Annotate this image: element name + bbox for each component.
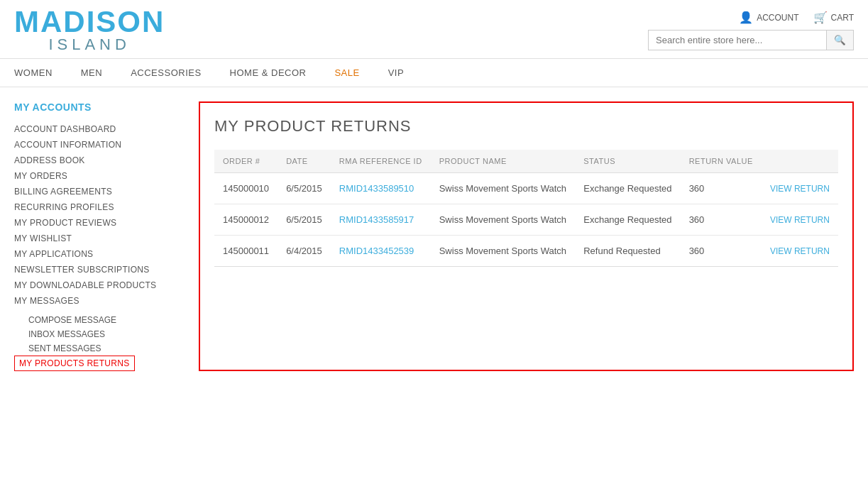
cell-action-2[interactable]: VIEW RETURN	[762, 236, 838, 267]
nav-women[interactable]: WOMEN	[14, 59, 53, 87]
sidebar-address-book[interactable]: ADDRESS BOOK	[14, 153, 185, 168]
nav-vip[interactable]: VIP	[388, 59, 404, 87]
sidebar-my-orders[interactable]: MY ORDERS	[14, 168, 185, 184]
table-row: 145000010 6/5/2015 RMID1433589510 Swiss …	[214, 173, 838, 204]
search-input[interactable]	[649, 31, 826, 50]
cell-date-1: 6/5/2015	[278, 204, 331, 236]
sidebar-sent-messages[interactable]: SENT MESSAGES	[14, 341, 185, 356]
sidebar-account-information[interactable]: ACCOUNT INFORMATION	[14, 137, 185, 153]
nav-accessories[interactable]: ACCESSORIES	[131, 59, 201, 87]
account-label: ACCOUNT	[757, 13, 798, 23]
sidebar-newsletter[interactable]: NEWSLETTER SUBSCRIPTIONS	[14, 262, 185, 277]
cart-icon: 🛒	[813, 11, 828, 24]
returns-table: ORDER # DATE RMA REFERENCE ID PRODUCT NA…	[214, 150, 838, 267]
nav-sale[interactable]: SALE	[334, 59, 359, 87]
sidebar-recurring-profiles[interactable]: RECURRING PROFILES	[14, 199, 185, 215]
sidebar-downloadable-products[interactable]: MY DOWNLOADABLE PRODUCTS	[14, 277, 185, 293]
cart-label: CART	[831, 13, 854, 23]
sidebar-product-reviews[interactable]: MY PRODUCT REVIEWS	[14, 215, 185, 231]
account-icon: 👤	[739, 11, 753, 24]
page-title: MY PRODUCT RETURNS	[214, 117, 838, 136]
table-row: 145000012 6/5/2015 RMID1433585917 Swiss …	[214, 204, 838, 236]
col-status: STATUS	[575, 150, 680, 173]
table-row: 145000011 6/4/2015 RMID1433452539 Swiss …	[214, 236, 838, 267]
cell-product-0: Swiss Movement Sports Watch	[431, 173, 576, 204]
header-right: 👤 ACCOUNT 🛒 CART 🔍	[648, 7, 854, 50]
nav-home-decor[interactable]: HOME & DECOR	[230, 59, 307, 87]
cell-rma-2[interactable]: RMID1433452539	[331, 236, 431, 267]
logo-madison[interactable]: MADISON	[14, 7, 165, 37]
sidebar-my-messages[interactable]: MY MESSAGES	[14, 293, 185, 309]
cart-button[interactable]: 🛒 CART	[813, 11, 854, 24]
cell-action-1[interactable]: VIEW RETURN	[762, 204, 838, 236]
sidebar-applications[interactable]: MY APPLICATIONS	[14, 246, 185, 262]
col-rma: RMA REFERENCE ID	[331, 150, 431, 173]
sidebar-title: MY ACCOUNTS	[14, 101, 185, 113]
account-button[interactable]: 👤 ACCOUNT	[739, 11, 798, 24]
sidebar-wishlist[interactable]: MY WISHLIST	[14, 231, 185, 246]
col-order: ORDER #	[214, 150, 278, 173]
cell-product-2: Swiss Movement Sports Watch	[431, 236, 576, 267]
sidebar-compose-message[interactable]: COMPOSE MESSAGE	[14, 313, 185, 327]
search-button[interactable]: 🔍	[826, 31, 853, 50]
cell-status-2: Refund Requested	[575, 236, 680, 267]
logo-island[interactable]: ISLAND	[14, 37, 165, 53]
content-area: MY PRODUCT RETURNS ORDER # DATE RMA REFE…	[199, 101, 854, 371]
cell-status-0: Exchange Requested	[575, 173, 680, 204]
cell-action-0[interactable]: VIEW RETURN	[762, 173, 838, 204]
sidebar-inbox-messages[interactable]: INBOX MESSAGES	[14, 327, 185, 341]
main-layout: MY ACCOUNTS ACCOUNT DASHBOARD ACCOUNT IN…	[0, 87, 868, 385]
sidebar: MY ACCOUNTS ACCOUNT DASHBOARD ACCOUNT IN…	[14, 101, 185, 371]
cell-value-0: 360	[681, 173, 762, 204]
cell-order-1: 145000012	[214, 204, 278, 236]
nav-men[interactable]: MEN	[81, 59, 102, 87]
cell-value-2: 360	[681, 236, 762, 267]
col-value: RETURN VALUE	[681, 150, 762, 173]
logo: MADISON ISLAND	[14, 7, 165, 53]
cell-order-2: 145000011	[214, 236, 278, 267]
cell-order-0: 145000010	[214, 173, 278, 204]
header-actions: 👤 ACCOUNT 🛒 CART	[739, 11, 854, 24]
table-header-row: ORDER # DATE RMA REFERENCE ID PRODUCT NA…	[214, 150, 838, 173]
col-product: PRODUCT NAME	[431, 150, 576, 173]
cell-date-2: 6/4/2015	[278, 236, 331, 267]
sidebar-products-returns[interactable]: MY PRODUCTS RETURNS	[14, 356, 135, 371]
sidebar-billing-agreements[interactable]: BILLING AGREEMENTS	[14, 184, 185, 199]
cell-status-1: Exchange Requested	[575, 204, 680, 236]
col-date: DATE	[278, 150, 331, 173]
header: MADISON ISLAND 👤 ACCOUNT 🛒 CART 🔍	[0, 0, 868, 53]
cell-rma-1[interactable]: RMID1433585917	[331, 204, 431, 236]
sidebar-messages-section: COMPOSE MESSAGE INBOX MESSAGES SENT MESS…	[14, 313, 185, 356]
col-action	[762, 150, 838, 173]
search-bar: 🔍	[648, 30, 854, 50]
sidebar-account-dashboard[interactable]: ACCOUNT DASHBOARD	[14, 121, 185, 137]
cell-rma-0[interactable]: RMID1433589510	[331, 173, 431, 204]
main-nav: WOMEN MEN ACCESSORIES HOME & DECOR SALE …	[0, 58, 868, 87]
cell-product-1: Swiss Movement Sports Watch	[431, 204, 576, 236]
cell-value-1: 360	[681, 204, 762, 236]
cell-date-0: 6/5/2015	[278, 173, 331, 204]
